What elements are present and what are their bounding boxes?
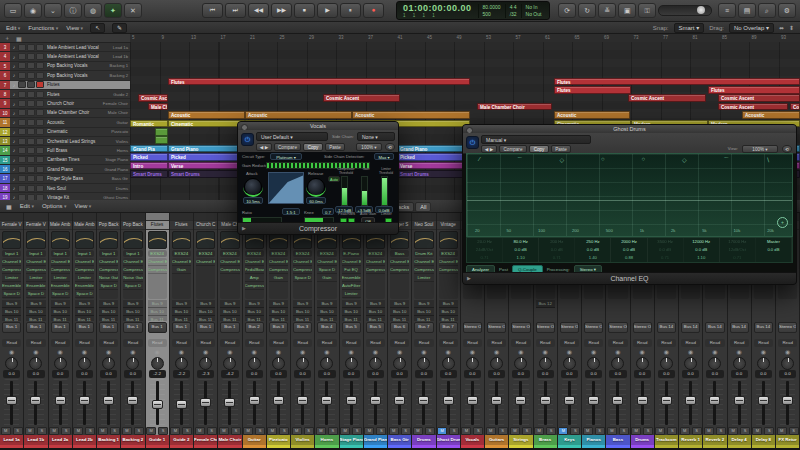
strip-name-label[interactable]: Backing 2 (121, 435, 144, 445)
solo-button[interactable] (27, 44, 35, 51)
channel-strip[interactable]: Male Amb Input 1 Channel EQCompressorLim… (49, 213, 73, 448)
sends-slots[interactable] (584, 300, 603, 320)
automation-mode[interactable]: Read (245, 339, 264, 347)
audio-fx-slots[interactable]: Channel EQCompressorNoise GateSpace D (99, 258, 118, 299)
output-slot[interactable]: Stereo Out (608, 322, 627, 333)
mute-button[interactable]: M (25, 427, 35, 435)
output-slot[interactable]: Bus 14 (705, 322, 724, 333)
mute-button[interactable]: M (316, 427, 326, 435)
output-slot[interactable]: Bus 14 (730, 322, 749, 333)
output-slot[interactable]: Stereo Out (633, 322, 652, 333)
mode-icon-2[interactable]: ≚ (598, 3, 616, 18)
volume-value[interactable]: 0.0 (318, 370, 335, 378)
solo-button[interactable]: S (546, 427, 556, 435)
fader-cap[interactable] (321, 396, 332, 405)
input-slot[interactable]: EXS24 (293, 250, 312, 258)
format-button[interactable]: ◉ (243, 347, 266, 357)
eq-band-column[interactable]: 3500 Hz0.0 dB0.71 (648, 238, 684, 262)
solo-button[interactable]: S (643, 427, 653, 435)
record-enable-button[interactable] (36, 156, 44, 163)
search-icon[interactable]: ⌕ (758, 3, 776, 18)
pan-knob[interactable] (776, 357, 799, 370)
volume-value[interactable]: 0.0 (682, 370, 699, 378)
mute-button[interactable]: M (364, 427, 374, 435)
input-slot[interactable]: EXS24 (317, 250, 336, 258)
audio-fx-slots[interactable]: Channel EQCompressorLimiterEnsembleSpace… (51, 258, 70, 299)
fader-cap[interactable] (394, 396, 405, 405)
mute-button[interactable] (18, 147, 26, 154)
audio-fx-slots[interactable]: Channel EQCompressorLimiter (414, 258, 433, 299)
output-slot[interactable]: Bus 1 (220, 322, 239, 333)
strip-name-label[interactable]: Drums (631, 435, 654, 445)
eq-thumbnail[interactable] (2, 231, 21, 249)
output-slot[interactable]: Bus 1 (51, 322, 70, 333)
region-cosmic-ascent[interactable]: Cosmic Ascent (138, 94, 168, 102)
pan-knob[interactable] (0, 357, 23, 370)
record-enable-button[interactable] (36, 81, 44, 88)
audio-fx-slots[interactable]: Channel EQFat EQEnsembleAutoFilterLimite… (342, 258, 361, 299)
output-slot[interactable]: Stereo Out (536, 322, 555, 333)
volume-value[interactable]: 0.0 (3, 370, 20, 378)
sends-slots[interactable] (608, 300, 627, 320)
group-slot[interactable] (49, 333, 72, 340)
volume-value[interactable]: 0.0 (488, 370, 505, 378)
volume-value[interactable]: 0.0 (76, 370, 93, 378)
automation-mode[interactable]: Read (390, 339, 409, 347)
group-slot[interactable] (631, 333, 654, 340)
mute-button[interactable] (18, 100, 26, 107)
mute-button[interactable]: M (486, 427, 496, 435)
strip-name-label[interactable]: Drums (412, 435, 435, 445)
mixer-menu-options[interactable]: Options (42, 203, 67, 209)
region-acoustic[interactable]: Acoustic (352, 111, 470, 119)
strip-name-label[interactable]: Guide 1 (146, 435, 169, 445)
volume-fader[interactable] (780, 379, 795, 427)
solo-button[interactable]: S (158, 427, 168, 435)
solo-button[interactable]: S (231, 427, 241, 435)
record-enable-button[interactable] (36, 185, 44, 192)
fader-cap[interactable] (127, 396, 138, 405)
channel-strip[interactable]: Orchestr EXS24 Channel EQCompressorSpace… (291, 213, 315, 448)
strip-setting-slot[interactable] (0, 213, 23, 221)
automation-mode[interactable]: Read (414, 339, 433, 347)
format-button[interactable]: ◉ (582, 347, 605, 357)
mixer-panel-icon[interactable]: ▦ (6, 203, 12, 210)
channel-strip[interactable]: Female V Input 1 Channel EQCompressorLim… (0, 213, 24, 448)
automation-mode[interactable]: Read (51, 339, 70, 347)
input-slot[interactable]: Input 1 (51, 250, 70, 258)
master-volume-knob[interactable] (697, 6, 705, 14)
rewind-button[interactable]: ◀◀ (248, 3, 269, 18)
record-enable-button[interactable] (36, 53, 44, 60)
strip-name-label[interactable]: Brass (534, 435, 557, 445)
input-slot[interactable]: EXS24 (220, 250, 239, 258)
mute-button[interactable]: M (122, 427, 132, 435)
output-slot[interactable]: Bus 2 (245, 322, 264, 333)
detection-dropdown[interactable]: Max ▾ (374, 153, 394, 160)
automation-mode[interactable]: Read (511, 339, 530, 347)
sends-slots[interactable]: Bus 9Bus 10Bus 11 (26, 300, 45, 320)
strip-name-label[interactable]: Violins (291, 435, 314, 445)
solo-button[interactable]: S (619, 427, 629, 435)
track-row[interactable]: 4 ♪ Male Ambient Lead Vocal Lead 1b (0, 52, 130, 61)
pan-knob[interactable] (655, 357, 678, 370)
output-slot[interactable]: Bus 7 (439, 322, 458, 333)
fader-cap[interactable] (443, 396, 454, 405)
group-slot[interactable] (485, 333, 508, 340)
mute-button[interactable]: M (219, 427, 229, 435)
eq-thumbnail[interactable] (99, 231, 118, 249)
automation-mode[interactable]: Read (778, 339, 797, 347)
record-enable-button[interactable] (36, 72, 44, 79)
solo-button[interactable]: S (764, 427, 774, 435)
input-slot[interactable]: Input 1 (75, 250, 94, 258)
fader-cap[interactable] (103, 396, 114, 405)
format-button[interactable]: ◉ (558, 347, 581, 357)
record-enable-button[interactable] (36, 147, 44, 154)
solo-button[interactable]: S (376, 427, 386, 435)
eq-band-column[interactable]: 250 Hz0.0 dB1.40 (575, 238, 611, 262)
sends-slots[interactable] (511, 300, 530, 320)
toolbar-icon-2[interactable]: ⌄ (44, 3, 62, 18)
volume-value[interactable]: 0.0 (343, 370, 360, 378)
region-picked[interactable]: Picked (130, 153, 168, 161)
region-unnamed[interactable] (155, 128, 168, 136)
format-button[interactable]: ◉ (49, 347, 72, 357)
audio-fx-slots[interactable]: Channel EQGain (172, 258, 191, 299)
